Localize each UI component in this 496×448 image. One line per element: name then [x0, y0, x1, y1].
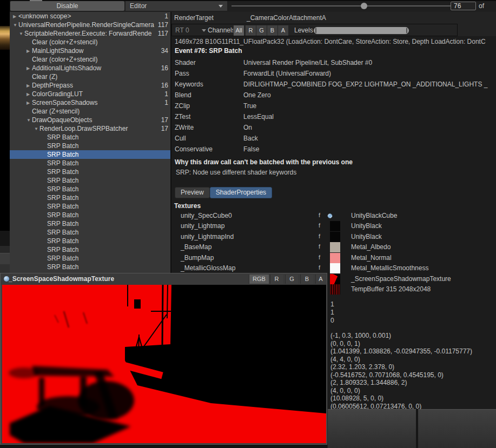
background-band	[0, 231, 10, 246]
tree-item-selected[interactable]: SRP Batch	[10, 150, 170, 159]
float-value: 1	[330, 300, 334, 309]
channel-button-g[interactable]: G	[256, 25, 267, 36]
frame-debugger-toolbar: Disable Editor 76 of 118	[10, 0, 496, 12]
tab-shader-properties[interactable]: ShaderProperties	[210, 187, 272, 198]
tree-item[interactable]: <unknown scope>1	[10, 12, 170, 21]
channel-button-b[interactable]: B	[267, 25, 277, 36]
preview-channel-rgb[interactable]: RGB	[249, 275, 269, 284]
foldout-arrow-icon[interactable]	[25, 92, 32, 97]
tree-item[interactable]: Clear (color+Z+stencil)	[10, 38, 170, 46]
texture-thumbnail[interactable]	[330, 253, 340, 263]
unity-frame-debugger-window: Disable Editor 76 of 118 <unknown scope>…	[0, 0, 496, 448]
vector-value: (-1, 0.3, 1000, 0.001)	[330, 332, 472, 340]
tree-item[interactable]: SRP Batch	[10, 254, 170, 263]
shader-properties-list: ShaderUniversal Render Pipeline/Lit, Sub…	[171, 57, 496, 155]
preview-title-bar[interactable]: _ScreenSpaceShadowmapTexture RGB R G B A	[1, 273, 327, 285]
texture-thumbnail[interactable]	[330, 232, 340, 242]
vector-value: (0, 0, 0, 1)	[330, 340, 472, 348]
tree-item[interactable]: SRP Batch	[10, 219, 170, 228]
tree-item[interactable]: SRP Batch	[10, 176, 170, 185]
foldout-arrow-icon[interactable]	[25, 118, 32, 123]
chevron-down-icon	[202, 29, 206, 32]
tree-item[interactable]: SRP Batch	[10, 185, 170, 193]
render-target-value: _CameraColorAttachmentA	[247, 14, 326, 22]
tree-item[interactable]: SRP Batch	[10, 168, 170, 176]
disable-button[interactable]: Disable	[10, 1, 124, 11]
tab-preview[interactable]: Preview	[175, 187, 210, 198]
foldout-arrow-icon[interactable]	[25, 49, 32, 54]
render-target-row: RenderTarget _CameraColorAttachmentA	[171, 12, 496, 24]
event-title: Event #76: SRP Batch	[175, 47, 242, 55]
tree-item[interactable]: SRP Batch	[10, 228, 170, 237]
foldout-arrow-icon[interactable]	[33, 126, 39, 131]
foldout-arrow-icon[interactable]	[25, 83, 32, 88]
preview-channel-a[interactable]: A	[315, 275, 326, 284]
detail-tabs: PreviewShaderProperties	[175, 187, 272, 198]
float-values: 1 1 0	[330, 300, 334, 325]
tree-item[interactable]: ColorGradingLUT1	[10, 90, 170, 98]
background-panel	[418, 409, 496, 448]
preview-channel-b[interactable]: B	[300, 275, 313, 284]
vector-value: (1.041399, 1.038826, -0.02947355, -0.011…	[330, 347, 472, 356]
tree-item[interactable]: SRP Batch	[10, 263, 170, 271]
tree-item[interactable]: SRP Batch	[10, 193, 170, 202]
tree-item[interactable]: Clear (color+Z+stencil)	[10, 55, 170, 64]
tree-item[interactable]: SRP Batch	[10, 211, 170, 219]
texture-thumbnail[interactable]	[330, 221, 340, 231]
tree-item[interactable]: DepthPrepass16	[10, 81, 170, 90]
tree-item[interactable]: SRP Batch	[10, 159, 170, 168]
tree-item[interactable]: AdditionalLightsShadow16	[10, 64, 170, 72]
scene-fragment	[0, 26, 10, 50]
foldout-arrow-icon[interactable]	[12, 14, 18, 19]
texture-row: _MetallicGlossMapf Metal_MetallicSmoothn…	[171, 263, 496, 273]
event-slider-handle[interactable]	[361, 3, 367, 9]
tree-item[interactable]: MainLightShadow34	[10, 46, 170, 55]
tree-item[interactable]: SRP Batch	[10, 142, 170, 150]
levels-label: Levels	[294, 26, 313, 34]
foldout-arrow-icon[interactable]	[18, 31, 24, 36]
tree-item[interactable]: Clear (Z)	[10, 72, 170, 81]
vector-value: (-0.5416752, 0.7071068, 0.4545195, 0)	[330, 371, 472, 379]
tree-item[interactable]: SRP Batch	[10, 245, 170, 254]
property-row: ZClipTrue	[171, 101, 496, 111]
rt-select[interactable]: RT 0	[175, 26, 189, 34]
levels-slider[interactable]	[314, 27, 409, 34]
target-select-dropdown[interactable]: Editor	[125, 1, 227, 11]
property-row: ZTestLessEqual	[171, 111, 496, 122]
tree-item[interactable]: DrawOpaqueObjects17	[10, 116, 170, 124]
background-band	[0, 246, 10, 253]
texture-row: unity_SpecCube0f UnityBlackCube	[171, 211, 496, 221]
property-row: BlendOne Zero	[171, 90, 496, 101]
property-row: ConservativeFalse	[171, 144, 496, 155]
channels-label: Channels	[208, 26, 235, 34]
tree-item[interactable]: SRP Batch	[10, 237, 170, 245]
tree-item[interactable]: ScreenSpaceShadows1	[10, 98, 170, 107]
channel-button-all[interactable]: All	[233, 25, 244, 36]
channels-box: RT 0 Channels All R G B A Levels	[171, 24, 458, 36]
preview-channel-r[interactable]: R	[270, 275, 283, 284]
tree-item[interactable]: Clear (Z+stencil)	[10, 107, 170, 116]
preview-channel-g[interactable]: G	[285, 275, 298, 284]
texture-thumbnail[interactable]	[330, 263, 340, 273]
texture-thumbnail[interactable]	[330, 274, 340, 284]
tree-item[interactable]: SRP Batch	[10, 202, 170, 211]
channel-button-r[interactable]: R	[245, 25, 256, 36]
background-band	[0, 264, 10, 273]
foldout-arrow-icon[interactable]	[25, 101, 32, 105]
texture-thumbnail[interactable]	[330, 242, 340, 252]
tree-item[interactable]: SRP Batch	[10, 133, 170, 142]
event-number-input[interactable]: 76	[451, 2, 476, 10]
foldout-arrow-icon[interactable]	[12, 23, 18, 28]
textures-heading: Textures	[174, 202, 201, 210]
property-row: KeywordsDIRLIGHTMAP_COMBINED FOG_EXP2 LI…	[171, 79, 496, 90]
tree-item[interactable]: RenderLoop.DrawSRPBatcher17	[10, 124, 170, 133]
float-value: 0	[330, 317, 334, 325]
event-slider[interactable]	[232, 5, 457, 6]
tree-item[interactable]: ScriptableRenderer.Execute: ForwardRende…	[10, 29, 170, 38]
foldout-arrow-icon[interactable]	[25, 66, 32, 71]
channel-button-a[interactable]: A	[277, 25, 288, 36]
event-tree-panel: <unknown scope>1 UniversalRenderPipeline…	[10, 12, 170, 273]
tree-item[interactable]: UniversalRenderPipeline.RenderSingleCame…	[10, 21, 170, 29]
texture-thumbnail[interactable]	[330, 284, 340, 295]
buffer-info: 1469x728 B10G11R11_UFloatPack32 (LoadAct…	[175, 38, 496, 45]
